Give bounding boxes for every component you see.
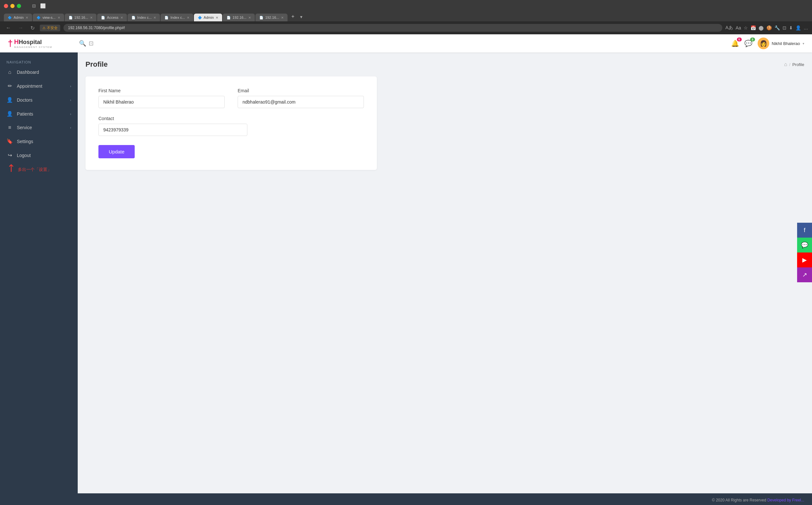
email-label: Email [237, 88, 364, 93]
url-bar[interactable]: 192.168.56.31:7080/profile.php#! [63, 24, 722, 32]
annotation-container: ↙ 多出一个「设置」 [0, 165, 78, 174]
breadcrumb-current: Profile [792, 62, 804, 67]
browser-tab-6[interactable]: 📄 Index c... ✕ [161, 14, 193, 21]
appointment-chevron-icon: › [70, 84, 71, 88]
footer-link[interactable]: Developed by Freel... [767, 498, 804, 502]
bookmark-icon[interactable]: ☆ [744, 25, 748, 30]
browser-tab-4[interactable]: 📄 Access ✕ [97, 14, 127, 21]
breadcrumb-separator: / [789, 62, 791, 67]
traffic-light-maximize[interactable] [17, 4, 21, 8]
refresh-button[interactable]: ↻ [28, 24, 37, 32]
more-icon[interactable]: … [804, 25, 808, 30]
download-icon[interactable]: ⬇ [789, 25, 793, 30]
search-area: 🔍 ⊡ [79, 40, 731, 47]
page-header: Profile ⌂ / Profile [86, 60, 804, 68]
form-group-firstname: First Name [99, 88, 225, 108]
appointment-icon: ✏ [6, 83, 13, 89]
sidebar-item-service[interactable]: ≡ Service › [0, 121, 78, 134]
app-footer: © 2020 All Rights are Reserved Developed… [0, 493, 812, 505]
form-row-contact: Contact [99, 116, 248, 136]
user-menu[interactable]: 👩 Nikhil Bhalerao ▾ [758, 37, 804, 49]
cookie-icon[interactable]: 🍪 [766, 25, 772, 30]
contact-input[interactable] [99, 124, 248, 136]
social-external-button[interactable]: ↗ [797, 268, 812, 282]
settings-icon: 🔖 [6, 138, 13, 144]
contact-label: Contact [99, 116, 248, 121]
email-input[interactable] [237, 96, 364, 108]
user-dropdown-icon: ▾ [803, 42, 804, 45]
breadcrumb: ⌂ / Profile [784, 61, 804, 67]
update-button[interactable]: Update [99, 145, 135, 158]
browser-tab-5[interactable]: 📄 Index c... ✕ [128, 14, 160, 21]
security-label: 不安全 [47, 26, 58, 30]
header-actions: 🔔 5 💬 3 👩 Nikhil Bhalerao ▾ [731, 37, 804, 49]
sidebar-item-settings[interactable]: 🔖 Settings [0, 134, 78, 148]
browser-tab-3[interactable]: 📄 192.16... ✕ [65, 14, 97, 21]
logout-icon: ↪ [6, 152, 13, 158]
logo: † HHospital management system [8, 38, 52, 48]
form-row-name-email: First Name Email [99, 88, 364, 108]
logo-subtitle: management system [14, 46, 52, 48]
security-warning: ⚠ 不安全 [40, 25, 60, 31]
new-tab-button[interactable]: + [288, 12, 298, 21]
tab-list-icon[interactable]: ⊟ [32, 3, 36, 8]
social-whatsapp-button[interactable]: 💬 [797, 237, 812, 252]
notifications-button[interactable]: 🔔 5 [731, 39, 739, 47]
sidebar-item-appointment[interactable]: ✏ Appointment › [0, 79, 78, 93]
content-area: Profile ⌂ / Profile First Name [78, 52, 812, 493]
avatar: 👩 [758, 37, 769, 49]
reader-icon[interactable]: Aa [736, 25, 741, 30]
messages-badge: 3 [750, 37, 755, 41]
traffic-light-close[interactable] [4, 4, 8, 8]
sidebar-item-doctors[interactable]: 👤 Doctors › [0, 93, 78, 107]
social-facebook-button[interactable]: f [797, 223, 812, 237]
browser-tab-7-active[interactable]: 🔷 Admin ✕ [194, 14, 222, 21]
sidebar-item-logout[interactable]: ↪ Logout [0, 148, 78, 162]
tab-dropdown-button[interactable]: ▾ [298, 12, 304, 21]
traffic-light-minimize[interactable] [10, 4, 15, 8]
browser-tab-1[interactable]: 🔷 Admin ✕ [4, 14, 32, 21]
extensions-icon[interactable]: 🔧 [775, 25, 780, 30]
sidebar-item-label-settings: Settings [17, 139, 71, 144]
search-icon[interactable]: 🔍 [79, 40, 86, 47]
sidebar-item-label-doctors: Doctors [17, 98, 66, 103]
circle-icon[interactable]: ⬤ [759, 25, 764, 30]
notifications-badge: 5 [737, 37, 742, 41]
logo-area: † HHospital management system [8, 38, 79, 48]
social-youtube-button[interactable]: ▶ [797, 252, 812, 268]
sidebar: Navigation ⌂ Dashboard ✏ Appointment › 👤… [0, 52, 78, 493]
form-group-contact: Contact [99, 116, 248, 136]
sidebar-item-dashboard[interactable]: ⌂ Dashboard [0, 65, 78, 79]
back-button[interactable]: ← [4, 24, 13, 31]
patients-icon: 👤 [6, 111, 13, 117]
annotation-text: 多出一个「设置」 [18, 167, 51, 173]
browser-tab-8[interactable]: 📄 192.16... ✕ [223, 14, 255, 21]
footer-text: © 2020 All Rights are Reserved [712, 498, 766, 502]
firstname-label: First Name [99, 88, 225, 93]
forward-button[interactable]: → [16, 24, 25, 31]
browser-tab-2[interactable]: 🔷 view-s... ✕ [33, 14, 64, 21]
sidebar-item-label-appointment: Appointment [17, 83, 66, 89]
logo-cross-icon: † [8, 38, 13, 48]
doctors-chevron-icon: › [70, 98, 71, 102]
sidebar-item-label-patients: Patients [17, 111, 66, 117]
calendar-ext-icon[interactable]: 📅 [751, 25, 756, 30]
expand-icon[interactable]: ⊡ [89, 40, 94, 47]
messages-button[interactable]: 💬 3 [744, 39, 753, 47]
social-sidebar: f 💬 ▶ ↗ [797, 223, 812, 282]
breadcrumb-home-icon[interactable]: ⌂ [784, 61, 787, 67]
doctors-icon: 👤 [6, 97, 13, 103]
reading-list-icon[interactable]: ⊡ [783, 25, 786, 30]
annotation: ↙ 多出一个「设置」 [6, 165, 78, 174]
user-name: Nikhil Bhalerao [772, 41, 800, 46]
browser-tab-9[interactable]: 📄 192.16... ✕ [256, 14, 288, 21]
sidebar-item-label-dashboard: Dashboard [17, 69, 71, 75]
sidebar-item-patients[interactable]: 👤 Patients › [0, 107, 78, 121]
profile-icon[interactable]: 👤 [796, 25, 801, 30]
logo-text: HHospital [14, 38, 52, 46]
sidebar-item-label-service: Service [17, 125, 66, 130]
firstname-input[interactable] [99, 96, 225, 108]
tab-layout-icon[interactable]: ⬜ [40, 3, 46, 8]
translate-icon[interactable]: Aあ [725, 25, 733, 31]
sidebar-section-navigation: Navigation [0, 58, 78, 65]
